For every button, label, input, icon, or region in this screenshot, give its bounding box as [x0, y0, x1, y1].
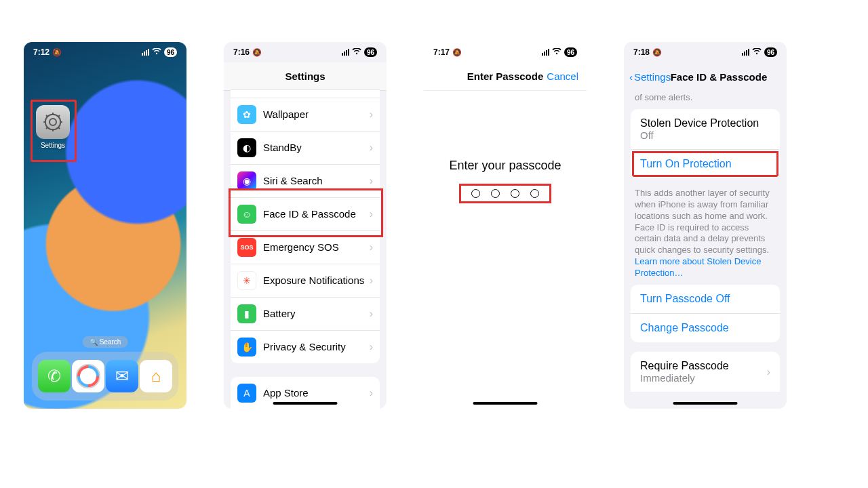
passcode-nav: Enter Passcode Cancel [424, 62, 587, 91]
dock-phone-icon[interactable]: ✆ [38, 360, 71, 392]
row-sos[interactable]: SOS Emergency SOS › [231, 231, 380, 264]
row-exposure[interactable]: ✳ Exposure Notifications › [231, 264, 380, 298]
status-bar: 7:18 🔕 96 [624, 42, 787, 62]
faceid-icon: ☺ [237, 205, 256, 224]
chevron-right-icon: › [370, 274, 373, 287]
require-label: Require Passcode [640, 360, 729, 372]
status-time: 7:16 [233, 47, 250, 57]
battery-pill: 96 [764, 47, 777, 57]
turn-on-protection-button[interactable]: Turn On Protection [631, 150, 780, 178]
back-button[interactable]: ‹ Settings [629, 71, 671, 83]
search-icon: 🔍 [90, 338, 98, 346]
exposure-icon: ✳ [237, 271, 256, 290]
row-label: Face ID & Passcode [263, 208, 366, 221]
signal-icon [742, 49, 749, 56]
battery-pill: 96 [564, 47, 577, 57]
home-indicator[interactable] [473, 402, 538, 405]
status-bar: 7:12 🔕 96 [24, 42, 186, 62]
wallpaper-icon: ✿ [237, 105, 256, 124]
screen-faceid-passcode: 7:18 🔕 96 ‹ Settings Face ID & Passcode … [624, 42, 787, 409]
settings-nav-title: Settings [224, 62, 387, 91]
row-faceid[interactable]: ☺ Face ID & Passcode › [231, 198, 380, 231]
screen-settings-list: 7:16 🔕 96 Settings ✿ Wallpaper › [224, 42, 387, 409]
wifi-icon [352, 48, 361, 56]
status-bar: 7:16 🔕 96 [224, 42, 387, 62]
home-indicator[interactable] [673, 402, 738, 405]
gear-icon [36, 105, 70, 139]
sos-icon: SOS [237, 238, 256, 257]
turn-on-label: Turn On Protection [640, 158, 732, 169]
passcode-dots[interactable] [460, 185, 550, 202]
row-label: App Store [263, 387, 366, 400]
settings-list-1: ✿ Wallpaper › ◐ StandBy › ◉ Siri & Searc… [231, 89, 380, 363]
status-time: 7:12 [33, 47, 50, 57]
home-dock: ✆ ✉ ⌂ [32, 352, 178, 401]
sdp-title: Stolen Device Protection [640, 117, 770, 129]
row-label: Exposure Notifications [263, 274, 366, 287]
row-label: StandBy [263, 142, 366, 155]
screen-home: 7:12 🔕 96 Settings 🔍 Search ✆ [24, 42, 186, 409]
row-label: Emergency SOS [263, 241, 366, 254]
home-search-pill[interactable]: 🔍 Search [83, 336, 128, 348]
sdp-status: Off [640, 129, 770, 141]
chevron-right-icon: › [370, 175, 373, 187]
signal-icon [142, 49, 149, 56]
require-passcode-card: Require Passcode Immediately › [631, 352, 780, 392]
appstore-icon: A [237, 384, 256, 403]
battery-pill: 96 [164, 47, 177, 57]
passcode-prompt: Enter your passcode [424, 159, 587, 173]
chevron-right-icon: › [370, 341, 373, 353]
status-time: 7:17 [433, 47, 450, 57]
privacy-icon: ✋ [237, 338, 256, 357]
standby-icon: ◐ [237, 138, 256, 157]
battery-icon: ▮ [237, 304, 256, 323]
row-label: Siri & Search [263, 175, 366, 188]
bell-slash-icon: 🔕 [252, 48, 262, 57]
dock-home-icon[interactable]: ⌂ [140, 360, 172, 392]
status-time: 7:18 [633, 47, 650, 57]
dock-safari-icon[interactable] [72, 360, 104, 392]
wifi-icon [752, 48, 762, 56]
settings-app-icon[interactable]: Settings [36, 105, 70, 149]
row-label: Wallpaper [263, 108, 366, 121]
chevron-right-icon: › [370, 208, 373, 220]
learn-more-link[interactable]: Learn more about Stolen Device Protectio… [635, 256, 761, 278]
signal-icon [542, 49, 549, 56]
turn-passcode-off-button[interactable]: Turn Passcode Off [631, 285, 780, 314]
home-indicator[interactable] [273, 402, 338, 405]
tail-note: of some alerts. [624, 91, 787, 109]
change-passcode-button[interactable]: Change Passcode [631, 314, 780, 342]
battery-pill: 96 [364, 47, 377, 57]
require-passcode-row[interactable]: Require Passcode Immediately › [631, 352, 780, 392]
chevron-right-icon: › [370, 308, 373, 320]
chevron-right-icon: › [767, 366, 770, 378]
signal-icon [342, 49, 349, 56]
row-label: Battery [263, 308, 366, 321]
faceid-nav: ‹ Settings Face ID & Passcode [624, 62, 787, 91]
sdp-note-text: This adds another layer of security when… [635, 188, 770, 255]
cancel-button[interactable]: Cancel [547, 70, 578, 82]
highlight-passcode-dots [459, 184, 551, 203]
row-battery[interactable]: ▮ Battery › [231, 298, 380, 331]
sdp-status-row: Stolen Device Protection Off [631, 109, 780, 150]
require-value: Immediately [640, 372, 729, 384]
back-label: Settings [634, 71, 671, 83]
passcode-actions-card: Turn Passcode Off Change Passcode [631, 285, 780, 342]
siri-icon: ◉ [237, 171, 256, 190]
settings-app-label: Settings [36, 142, 70, 149]
bell-slash-icon: 🔕 [52, 48, 62, 57]
row-siri[interactable]: ◉ Siri & Search › [231, 165, 380, 198]
wifi-icon [552, 48, 561, 56]
bell-slash-icon: 🔕 [652, 48, 662, 57]
search-label: Search [100, 338, 121, 346]
chevron-right-icon: › [370, 142, 373, 154]
sdp-card: Stolen Device Protection Off Turn On Pro… [631, 109, 780, 178]
screen-enter-passcode: 7:17 🔕 96 Enter Passcode Cancel Enter yo… [424, 42, 587, 409]
dock-mail-icon[interactable]: ✉ [106, 360, 138, 392]
row-standby[interactable]: ◐ StandBy › [231, 131, 380, 165]
bell-slash-icon: 🔕 [452, 48, 462, 57]
row-privacy[interactable]: ✋ Privacy & Security › [231, 331, 380, 363]
row-wallpaper[interactable]: ✿ Wallpaper › [231, 98, 380, 131]
svg-point-0 [50, 119, 56, 125]
passcode-nav-title: Enter Passcode [467, 70, 544, 82]
